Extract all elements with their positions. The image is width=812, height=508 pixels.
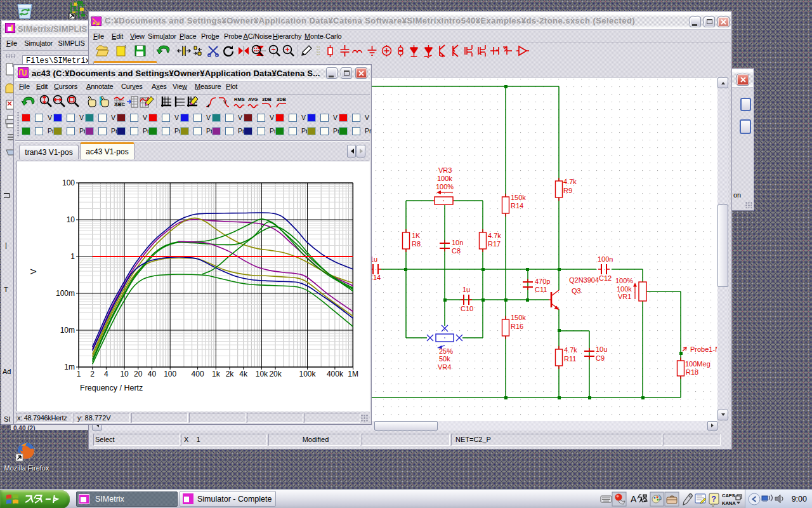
svg-text:R18: R18 — [686, 368, 698, 376]
svg-text:100%: 100% — [436, 183, 454, 190]
svg-text:Probe1-N0: Probe1-N0 — [690, 345, 717, 353]
svg-text:1k: 1k — [212, 370, 221, 378]
svg-text:470p: 470p — [535, 277, 550, 285]
svg-text:C9: C9 — [596, 354, 605, 362]
svg-text:V: V — [223, 99, 227, 105]
svg-text:4k: 4k — [239, 370, 248, 378]
svg-text:10: 10 — [120, 370, 129, 378]
svg-text:40: 40 — [148, 370, 157, 378]
svg-text:10m: 10m — [60, 326, 75, 335]
svg-text:1: 1 — [70, 252, 75, 261]
svg-text:3DB: 3DB — [277, 97, 287, 102]
svg-text:400: 400 — [192, 370, 204, 378]
svg-text:1K: 1K — [412, 232, 421, 239]
svg-text:10u: 10u — [596, 345, 607, 353]
svg-text:R17: R17 — [488, 240, 501, 248]
svg-text:1: 1 — [77, 370, 81, 378]
svg-text:C10: C10 — [461, 305, 473, 312]
svg-text:100k: 100k — [617, 285, 632, 293]
svg-text:150k: 150k — [511, 194, 526, 201]
svg-text:10n: 10n — [452, 239, 463, 246]
svg-text:10: 10 — [67, 215, 75, 224]
svg-text:4.7k: 4.7k — [564, 346, 577, 354]
svg-text:?: ? — [712, 495, 716, 504]
svg-text:1M: 1M — [348, 370, 358, 378]
svg-text:3DB: 3DB — [262, 97, 272, 102]
svg-text:R16: R16 — [511, 323, 523, 330]
svg-text:CAPS: CAPS — [722, 493, 735, 498]
svg-text:100k: 100k — [299, 370, 316, 378]
svg-text:R14: R14 — [511, 202, 523, 210]
svg-text:R8: R8 — [412, 240, 421, 248]
svg-text:100%: 100% — [615, 277, 633, 284]
svg-text:400k: 400k — [327, 370, 344, 378]
svg-text:4: 4 — [104, 370, 108, 378]
svg-text:10k: 10k — [256, 370, 268, 378]
svg-text:Q2N3904: Q2N3904 — [569, 276, 599, 284]
svg-text:2: 2 — [90, 370, 95, 378]
svg-text:20: 20 — [134, 370, 143, 378]
svg-text:100k: 100k — [437, 175, 452, 182]
svg-text:R11: R11 — [564, 355, 576, 363]
svg-text:RMS: RMS — [234, 97, 245, 102]
svg-text:100Meg: 100Meg — [685, 360, 710, 368]
svg-text:25%: 25% — [439, 347, 453, 355]
svg-text:V: V — [29, 269, 38, 274]
svg-text:1u: 1u — [462, 286, 470, 293]
svg-text:C12: C12 — [599, 274, 612, 282]
svg-text:KANA: KANA — [722, 500, 736, 506]
svg-text:4.7k: 4.7k — [488, 232, 501, 239]
svg-text:1m: 1m — [64, 363, 75, 371]
svg-text:Frequency / Hertz: Frequency / Hertz — [80, 384, 143, 392]
svg-text:100m: 100m — [56, 289, 75, 298]
svg-text:VR4: VR4 — [438, 363, 451, 371]
svg-text:R9: R9 — [563, 187, 572, 194]
svg-text:4.7k: 4.7k — [563, 178, 577, 185]
svg-text:2k: 2k — [226, 370, 235, 378]
svg-text:100: 100 — [164, 370, 176, 378]
svg-text:C11: C11 — [535, 286, 547, 293]
svg-text:A: A — [631, 494, 637, 504]
svg-text:100n: 100n — [598, 255, 613, 263]
svg-text:C8: C8 — [452, 247, 461, 255]
svg-text:100: 100 — [62, 178, 75, 187]
svg-text:20k: 20k — [269, 370, 282, 378]
svg-text:ABC: ABC — [114, 102, 126, 107]
svg-text:VR3: VR3 — [438, 166, 452, 174]
svg-text:AVG: AVG — [248, 97, 258, 102]
svg-text:150k: 150k — [511, 314, 526, 321]
svg-text:Q3: Q3 — [572, 287, 581, 295]
svg-text:50k: 50k — [439, 355, 450, 363]
svg-text:VR1: VR1 — [618, 293, 631, 300]
